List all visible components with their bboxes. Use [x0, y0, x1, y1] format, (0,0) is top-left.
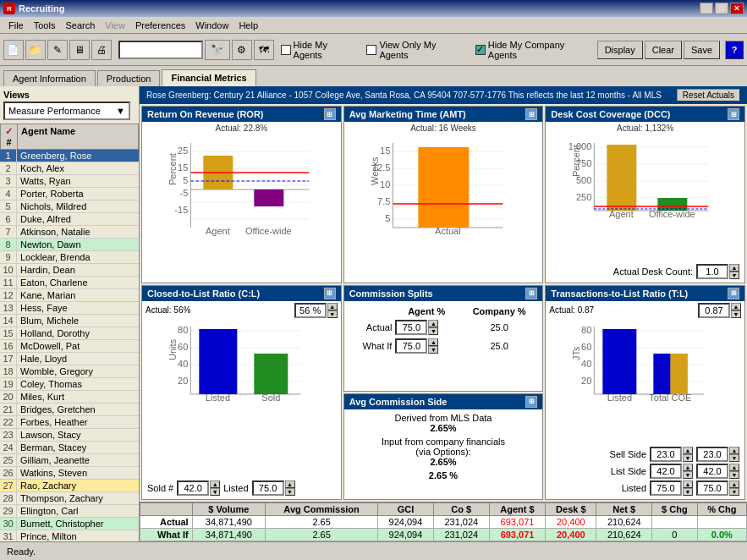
- tl-list-side-down[interactable]: ▼: [683, 471, 693, 479]
- cs-actual-agent-cell[interactable]: ▲ ▼: [393, 318, 459, 337]
- list-item[interactable]: 10Hardin, Dean: [0, 264, 139, 277]
- list-item[interactable]: 1Greenberg, Rose: [0, 150, 139, 162]
- list-item[interactable]: 15Holland, Dorothy: [0, 327, 139, 340]
- maximize-button[interactable]: □: [715, 3, 728, 14]
- dcc-icon[interactable]: ⊞: [728, 108, 739, 120]
- cl-spin-buttons[interactable]: ▲ ▼: [327, 303, 338, 318]
- tab-agent-information[interactable]: Agent Information: [3, 70, 96, 86]
- tl-spin-up[interactable]: ▲: [731, 303, 741, 310]
- cl-listed-down[interactable]: ▼: [285, 488, 295, 496]
- reset-actuals-button[interactable]: Reset Actuals: [677, 89, 740, 102]
- list-item[interactable]: 29Ellington, Carl: [0, 505, 139, 518]
- tl-sell-side-input[interactable]: [650, 447, 682, 462]
- tl-sell-side-2-spin[interactable]: ▲ ▼: [729, 447, 739, 462]
- new-button[interactable]: 📄: [3, 40, 24, 60]
- cl-sold-down[interactable]: ▼: [210, 488, 220, 496]
- help-button[interactable]: ?: [725, 41, 744, 59]
- tl-icon[interactable]: ⊞: [728, 288, 739, 299]
- tl-listed-2-down[interactable]: ▼: [729, 488, 739, 496]
- hide-my-company-agents-check[interactable]: ✓ Hide My Company Agents: [475, 40, 596, 60]
- hide-my-company-agents-checkbox[interactable]: ✓: [475, 45, 486, 55]
- tl-spin-buttons[interactable]: ▲ ▼: [731, 303, 741, 318]
- cl-spin-down[interactable]: ▼: [327, 310, 338, 318]
- list-item[interactable]: 4Porter, Roberta: [0, 188, 139, 200]
- ror-icon[interactable]: ⊞: [324, 108, 336, 120]
- list-item[interactable]: 28Thompson, Zachary: [0, 492, 139, 505]
- list-item[interactable]: 14Blum, Michele: [0, 315, 139, 327]
- tl-sell-side-down[interactable]: ▼: [683, 454, 693, 462]
- dcc-spin-down[interactable]: ▼: [729, 272, 739, 279]
- cs-whatif-agent-down[interactable]: ▼: [428, 346, 438, 354]
- tab-financial-metrics[interactable]: Financial Metrics: [162, 69, 255, 86]
- list-item[interactable]: 6Duke, Alfred: [0, 213, 139, 226]
- list-item[interactable]: 2Koch, Alex: [0, 162, 139, 175]
- tl-sell-side-2-spinner[interactable]: ▲ ▼: [696, 447, 739, 462]
- tl-listed-2-up[interactable]: ▲: [729, 480, 739, 488]
- cl-listed-spinner[interactable]: ▲ ▼: [252, 480, 295, 496]
- tl-sell-side-2-up[interactable]: ▲: [729, 447, 739, 454]
- cl-sold-spin[interactable]: ▲ ▼: [210, 480, 220, 496]
- tl-listed-2-spinner[interactable]: ▲ ▼: [696, 480, 739, 496]
- amt-icon[interactable]: ⊞: [525, 108, 537, 120]
- dcc-desk-count-spinner[interactable]: ▲ ▼: [696, 264, 739, 279]
- clear-button[interactable]: Clear: [645, 41, 682, 59]
- menu-preferences[interactable]: Preferences: [130, 19, 190, 32]
- tl-list-side-spin[interactable]: ▲ ▼: [683, 464, 693, 479]
- cl-listed-up[interactable]: ▲: [285, 480, 295, 488]
- list-item[interactable]: 24Berman, Stacey: [0, 442, 139, 454]
- minimize-button[interactable]: _: [700, 3, 713, 14]
- list-item[interactable]: 18Womble, Gregory: [0, 365, 139, 378]
- tl-listed-input[interactable]: [650, 480, 682, 496]
- cl-pct-input[interactable]: [294, 303, 327, 318]
- list-item[interactable]: 22Forbes, Heather: [0, 416, 139, 429]
- list-item[interactable]: 20Miles, Kurt: [0, 391, 139, 404]
- list-item[interactable]: 11Eaton, Charlene: [0, 277, 139, 289]
- tl-list-side-2-spinner[interactable]: ▲ ▼: [696, 464, 739, 479]
- save-button[interactable]: Save: [684, 41, 720, 59]
- list-item[interactable]: 5Nichols, Mildred: [0, 200, 139, 213]
- dcc-spin-up[interactable]: ▲: [729, 264, 739, 272]
- list-item[interactable]: 13Hess, Faye: [0, 302, 139, 315]
- cs-actual-agent-down[interactable]: ▼: [428, 327, 438, 335]
- view-only-my-agents-checkbox[interactable]: [366, 45, 376, 55]
- list-item[interactable]: 17Hale, Lloyd: [0, 353, 139, 365]
- tl-list-side-2-spin[interactable]: ▲ ▼: [729, 464, 739, 479]
- tl-value-spinner[interactable]: ▲ ▼: [698, 303, 741, 318]
- view-only-my-agents-check[interactable]: View Only My Agents: [366, 40, 466, 60]
- menu-help[interactable]: Help: [233, 19, 263, 32]
- cl-sold-up[interactable]: ▲: [210, 480, 220, 488]
- cl-sold-spinner[interactable]: ▲ ▼: [177, 480, 220, 496]
- list-item[interactable]: 26Watkins, Steven: [0, 467, 139, 480]
- tl-sell-side-2-input[interactable]: [696, 447, 728, 462]
- menu-window[interactable]: Window: [190, 19, 233, 32]
- list-item[interactable]: 3Watts, Ryan: [0, 175, 139, 188]
- cs-whatif-agent-input[interactable]: [395, 338, 427, 354]
- tl-list-side-up[interactable]: ▲: [683, 464, 693, 471]
- hide-my-agents-check[interactable]: Hide My Agents: [281, 40, 359, 60]
- tl-value-input[interactable]: [698, 303, 730, 318]
- views-dropdown[interactable]: Measure Performance ▼: [3, 102, 130, 120]
- tl-list-side-spinner[interactable]: ▲ ▼: [650, 464, 693, 479]
- cs-actual-agent-up[interactable]: ▲: [428, 320, 438, 327]
- list-item[interactable]: 31Prince, Milton: [0, 530, 139, 541]
- cs-whatif-agent-up[interactable]: ▲: [428, 338, 438, 346]
- cl-spin-up[interactable]: ▲: [327, 303, 338, 310]
- tab-production[interactable]: Production: [97, 70, 161, 86]
- display-button[interactable]: Display: [597, 41, 643, 59]
- list-item[interactable]: 30Burnett, Christopher: [0, 518, 139, 530]
- list-item[interactable]: 16McDowell, Pat: [0, 340, 139, 353]
- tl-sell-side-spinner[interactable]: ▲ ▼: [650, 447, 693, 462]
- list-item[interactable]: 12Kane, Marian: [0, 289, 139, 302]
- list-item[interactable]: 27Rao, Zachary: [0, 480, 139, 492]
- avgcomm-icon[interactable]: ⊞: [525, 396, 537, 408]
- tl-list-side-2-up[interactable]: ▲: [729, 464, 739, 471]
- tl-spin-down[interactable]: ▼: [731, 310, 741, 318]
- cs-whatif-agent-spin[interactable]: ▲ ▼: [428, 338, 438, 354]
- edit-button[interactable]: ✎: [47, 40, 68, 60]
- tl-sell-side-up[interactable]: ▲: [683, 447, 693, 454]
- menu-file[interactable]: File: [3, 19, 29, 32]
- cs-actual-agent-spinner[interactable]: ▲ ▼: [395, 320, 458, 335]
- menu-tools[interactable]: Tools: [29, 19, 61, 32]
- tl-list-side-input[interactable]: [650, 464, 682, 479]
- menu-search[interactable]: Search: [60, 19, 100, 32]
